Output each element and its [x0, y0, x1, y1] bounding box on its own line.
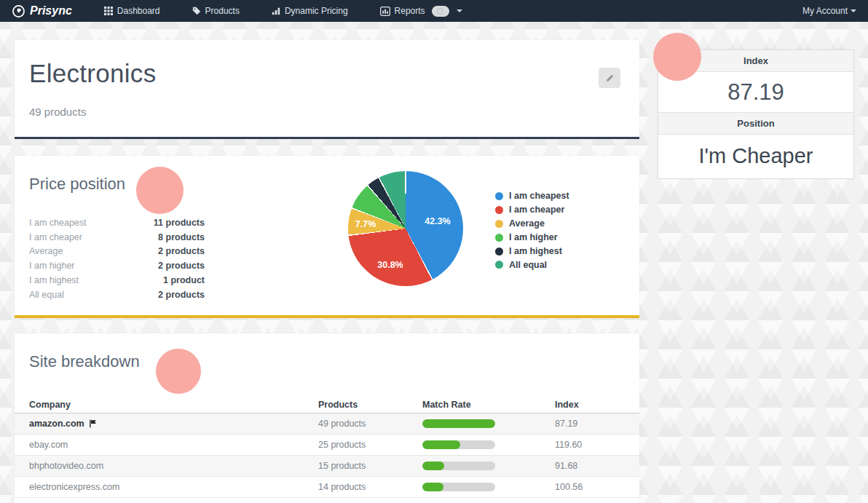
nav-item-products[interactable]: Products	[192, 6, 240, 16]
price-position-stats: I am cheapest 11 products I am cheaper 8…	[29, 215, 205, 302]
products-cell: 49 products	[318, 419, 422, 429]
pie-legend: I am cheapest I am cheaper Average I am …	[495, 189, 569, 272]
site-breakdown-card: Site breakdown Company Products Match Ra…	[15, 333, 639, 503]
legend-dot	[495, 220, 503, 228]
legend-dot	[495, 206, 503, 214]
legend-dot	[495, 192, 503, 200]
category-header-card: Electronics 49 products	[15, 40, 639, 139]
company-name: bhphotovideo.com	[29, 461, 103, 471]
prisync-logo-icon	[12, 4, 25, 18]
stat-value: 1 product	[163, 275, 205, 285]
stat-row: I am highest 1 product	[29, 273, 205, 288]
stat-label: All equal	[29, 290, 64, 300]
annotation-circle	[156, 349, 201, 394]
match-rate-fill	[422, 483, 443, 491]
table-row: ebay.com 25 products 119.60	[15, 435, 639, 456]
company-cell[interactable]: bhphotovideo.com	[29, 461, 318, 471]
company-name: electronicexpress.com	[29, 482, 119, 492]
flag-icon	[89, 419, 98, 428]
legend-label: I am cheaper	[509, 205, 564, 215]
stat-value: 2 products	[158, 261, 205, 271]
stat-label: I am cheapest	[29, 218, 87, 228]
stat-label: I am highest	[29, 275, 79, 285]
pie-slice-label: 30.8%	[370, 260, 411, 270]
product-count: 49 products	[29, 106, 86, 118]
price-position-card: Price position I am cheapest 11 products…	[15, 156, 639, 318]
nav-item-dashboard[interactable]: Dashboard	[104, 6, 160, 16]
stat-row: I am cheapest 11 products	[29, 215, 205, 230]
table-row: amazon.com 49 products 87.19	[15, 413, 639, 435]
table-header-row: Company Products Match Rate Index	[15, 396, 639, 413]
stat-row: I am cheaper 8 products	[29, 230, 205, 245]
annotation-circle	[136, 167, 184, 214]
pencil-icon	[605, 74, 615, 83]
legend-item[interactable]: I am cheapest	[495, 189, 569, 203]
nav-label-dynamic-pricing: Dynamic Pricing	[285, 6, 348, 16]
match-rate-bar	[422, 483, 495, 491]
legend-label: I am highest	[509, 246, 562, 256]
brand-name: Prisync	[30, 4, 72, 17]
company-cell[interactable]: electronicexpress.com	[29, 482, 318, 492]
column-header-index: Index	[555, 400, 625, 410]
legend-dot	[495, 261, 503, 269]
legend-label: All equal	[509, 260, 547, 270]
top-navbar: Prisync Dashboard Products	[0, 0, 868, 22]
match-rate-bar	[422, 462, 495, 470]
my-account-label: My Account	[802, 6, 848, 16]
legend-label: I am cheapest	[509, 191, 569, 201]
position-header: Position	[658, 113, 853, 135]
legend-dot	[495, 247, 503, 256]
nav-item-dynamic-pricing[interactable]: Dynamic Pricing	[272, 6, 348, 16]
company-name: amazon.com	[29, 419, 84, 429]
table-row: bhphotovideo.com 15 products 91.68	[15, 456, 639, 477]
stat-value: 2 products	[158, 246, 205, 256]
stat-label: I am cheaper	[29, 232, 82, 242]
stat-label: Average	[29, 246, 63, 256]
price-position-pie-chart: 42.3% 30.8% 7.7%	[348, 171, 463, 286]
position-value: I'm Cheaper	[658, 135, 853, 178]
column-header-match-rate: Match Rate	[422, 400, 555, 410]
legend-label: Average	[509, 218, 545, 229]
annotation-circle	[653, 33, 701, 81]
products-cell: 25 products	[318, 440, 422, 450]
nav-item-reports[interactable]: Reports	[380, 6, 462, 17]
bar-chart-icon	[272, 7, 280, 15]
site-breakdown-title: Site breakdown	[29, 352, 140, 371]
match-rate-fill	[422, 462, 444, 470]
legend-item[interactable]: I am highest	[495, 245, 569, 258]
match-rate-bar	[422, 419, 495, 428]
reports-chart-icon	[380, 7, 390, 16]
products-cell: 15 products	[318, 461, 422, 471]
chevron-down-icon	[851, 9, 856, 12]
stat-value: 2 products	[158, 290, 205, 300]
pie-slice-label: 7.7%	[348, 219, 383, 229]
legend-dot	[495, 234, 503, 242]
match-rate-fill	[422, 440, 460, 449]
nav-label-dashboard: Dashboard	[117, 6, 160, 16]
legend-item[interactable]: I am higher	[495, 231, 569, 245]
stat-value: 11 products	[154, 218, 205, 228]
column-header-company: Company	[29, 400, 318, 410]
edit-category-button[interactable]	[599, 68, 620, 88]
legend-item[interactable]: All equal	[495, 258, 569, 272]
stat-row: All equal 2 products	[29, 288, 205, 302]
index-cell: 87.19	[555, 419, 625, 429]
table-row: electronicexpress.com 14 products 100.56	[15, 477, 639, 498]
match-rate-fill	[422, 419, 495, 428]
price-position-title: Price position	[29, 175, 125, 194]
column-header-products: Products	[318, 400, 422, 410]
pie-slice-label: 42.3%	[417, 216, 458, 226]
legend-label: I am higher	[509, 232, 558, 242]
index-cell: 119.60	[555, 440, 625, 450]
company-cell[interactable]: ebay.com	[29, 440, 318, 450]
match-rate-bar	[422, 440, 495, 449]
brand-logo[interactable]: Prisync	[12, 4, 72, 18]
products-cell: 14 products	[318, 482, 422, 492]
my-account-menu[interactable]: My Account	[802, 6, 856, 16]
nav-label-reports: Reports	[395, 6, 425, 16]
company-cell[interactable]: amazon.com	[29, 419, 318, 429]
legend-item[interactable]: I am cheaper	[495, 203, 569, 217]
legend-item[interactable]: Average	[495, 217, 569, 231]
index-cell: 100.56	[555, 482, 625, 492]
stat-value: 8 products	[158, 232, 205, 242]
